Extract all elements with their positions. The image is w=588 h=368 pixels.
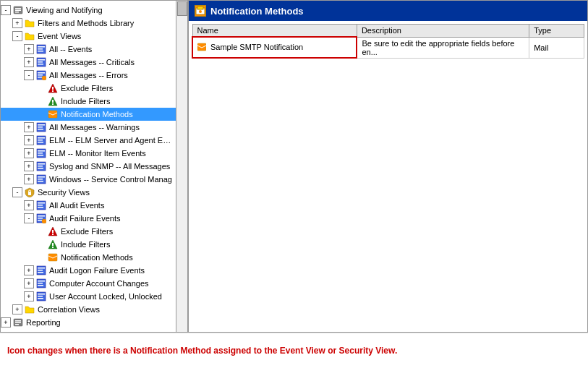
expand-btn-elm-monitor[interactable]: + [24,148,34,158]
svg-rect-3 [15,12,19,13]
tree-item-all-warnings[interactable]: +All Messages -- Warnings [1,121,176,134]
svg-rect-35 [38,155,43,156]
tree-item-label: Computer Account Changes [49,279,173,288]
bottom-note-text: Icon changes when there is a Notificatio… [7,346,397,356]
tree-item-all-events[interactable]: +All -- Events [1,43,176,56]
tree-item-exclude-filters[interactable]: Exclude Filters [1,82,176,95]
tree-item-filters-lib[interactable]: +Filters and Methods Library [1,17,176,30]
svg-rect-26 [38,127,43,128]
tree-item-label: Audit Logon Failure Events [49,266,173,275]
expand-btn-reporting[interactable]: + [1,317,11,328]
svg-rect-51 [38,215,45,217]
tree-item-user-account[interactable]: +User Account Locked, Unlocked [1,290,176,303]
tree-item-label: Exclude Filters [61,227,173,236]
tree-item-label: All Messages -- Errors [49,71,173,80]
icon-filter-red [47,82,59,94]
tree-item-notification-methods-2[interactable]: Notification Methods [1,251,176,264]
tree-item-computer-account[interactable]: +Computer Account Changes [1,277,176,290]
tree-item-reporting[interactable]: +Reporting [1,316,176,329]
icon-view [35,200,47,211]
data-table: Name Description Type Sample SMTP Notifi… [192,24,584,59]
expand-btn-audit-failure[interactable]: - [24,213,34,223]
icon-view-notify [35,69,47,81]
scroll-thumb[interactable] [177,1,187,16]
tree-item-all-audit[interactable]: +All Audit Events [1,199,176,212]
tree-item-audit-logon[interactable]: +Audit Logon Failure Events [1,264,176,277]
expand-btn-windows-scm[interactable]: + [24,174,34,184]
icon-root [12,317,24,328]
panel-title: Notification Methods [210,6,304,17]
tree-item-label: All Audit Events [49,201,173,210]
tree-item-root[interactable]: -Viewing and Notifying [1,4,176,17]
tree-item-correlation-views[interactable]: +Correlation Views [1,303,176,316]
icon-view [35,265,47,276]
tree-item-security-views[interactable]: -Security Views [1,186,176,199]
icon-view [35,121,47,133]
icon-filter-red [47,226,59,237]
svg-rect-68 [38,283,43,284]
svg-rect-1 [15,8,21,9]
tree-item-label: All Messages -- Criticals [49,58,173,67]
icon-root [12,4,24,16]
tree-item-elm-server[interactable]: +ELM -- ELM Server and Agent Ever [1,134,176,147]
icon-folder [24,304,35,315]
expand-btn-computer-account[interactable]: + [24,278,34,288]
expand-btn-root[interactable]: - [1,5,11,15]
col-name: Name [192,25,357,38]
svg-rect-69 [38,285,43,286]
expand-btn-all-errors[interactable]: - [24,70,34,80]
expand-btn-all-events[interactable]: + [24,44,34,54]
expand-btn-all-criticals[interactable]: + [24,57,34,67]
expand-btn-all-warnings[interactable]: + [24,122,34,132]
tree-item-include-filters[interactable]: Include Filters [1,95,176,108]
svg-rect-38 [38,166,43,167]
expand-btn-filters-lib[interactable]: + [12,18,22,28]
icon-view [35,147,47,159]
svg-rect-10 [38,61,43,63]
expand-btn-event-views[interactable]: - [12,31,22,41]
svg-rect-34 [38,153,43,154]
tree-content: -Viewing and Notifying+Filters and Metho… [1,1,187,332]
panel-header: Notification Methods [189,1,587,21]
tree-item-syslog[interactable]: +Syslog and SNMP -- All Messages [1,160,176,173]
tree-item-event-views[interactable]: -Event Views [1,30,176,43]
expand-btn-elm-server[interactable]: + [24,135,34,145]
svg-rect-75 [15,320,21,322]
table-row[interactable]: Sample SMTP Notification Be sure to edit… [192,37,584,58]
expand-btn-audit-logon[interactable]: + [24,265,34,275]
expand-placeholder [35,109,46,119]
tree-item-windows-scm[interactable]: +Windows -- Service Control Manag [1,173,176,186]
tree-item-label: Event Views [38,32,173,40]
svg-rect-31 [38,142,43,143]
expand-btn-syslog[interactable]: + [24,161,34,171]
tree-item-elm-monitor[interactable]: +ELM -- Monitor Item Events [1,147,176,160]
svg-rect-56 [52,230,54,233]
svg-rect-18 [52,87,54,90]
tree-item-exclude-filters-2[interactable]: Exclude Filters [1,225,176,238]
expand-btn-user-account[interactable]: + [24,291,34,301]
tree-item-label: Filters and Methods Library [38,19,173,27]
expand-btn-all-audit[interactable]: + [24,200,34,210]
svg-rect-29 [38,137,45,139]
icon-view [35,174,47,185]
svg-rect-59 [52,243,54,246]
icon-filter-green [47,239,59,250]
expand-placeholder [35,96,46,106]
panel-header-icon [195,5,206,17]
expand-btn-correlation-views[interactable]: + [12,304,22,314]
svg-rect-25 [38,124,45,126]
scrollbar[interactable] [176,1,187,332]
svg-rect-47 [38,202,45,204]
tree-item-include-filters-2[interactable]: Include Filters [1,238,176,251]
tree-item-audit-failure[interactable]: -Audit Failure Events [1,212,176,225]
tree-item-notification-methods-1[interactable]: Notification Methods [1,108,176,121]
right-panel: Notification Methods Name Description Ty… [189,1,587,332]
expand-btn-security-views[interactable]: - [12,187,22,197]
tree-item-all-criticals[interactable]: +All Messages -- Criticals [1,56,176,69]
svg-rect-11 [38,64,43,65]
icon-view [35,291,47,302]
tree-item-all-errors[interactable]: -All Messages -- Errors [1,69,176,82]
svg-rect-39 [38,168,43,169]
icon-view [35,134,47,146]
svg-rect-5 [38,46,45,48]
